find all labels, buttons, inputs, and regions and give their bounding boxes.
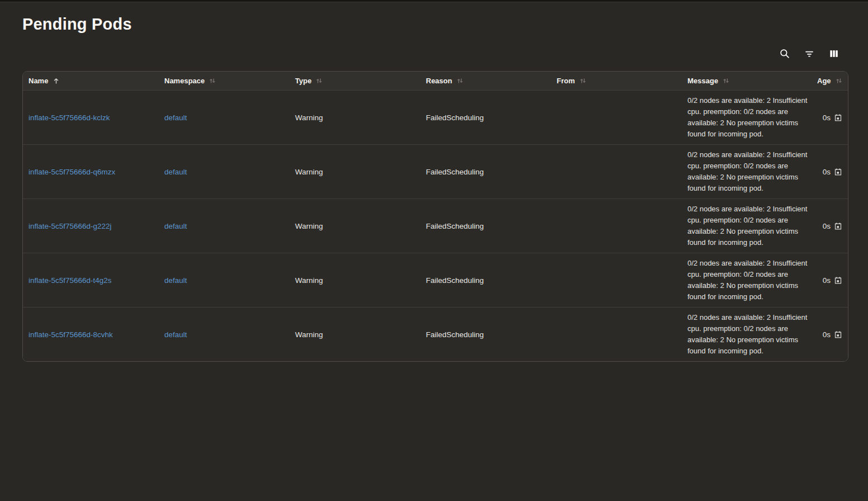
pod-name-link[interactable]: inflate-5c5f75666d-t4g2s bbox=[29, 276, 112, 285]
cell-namespace: default bbox=[159, 308, 290, 361]
cell-name: inflate-5c5f75666d-8cvhk bbox=[23, 308, 159, 361]
cell-from bbox=[551, 91, 682, 144]
cell-message: 0/2 nodes are available: 2 Insufficient … bbox=[682, 91, 812, 144]
cell-type: Warning bbox=[290, 308, 420, 361]
age-value: 0s bbox=[823, 168, 831, 176]
sort-arrows-icon bbox=[835, 77, 843, 85]
cell-reason: FailedScheduling bbox=[420, 91, 551, 144]
column-header-from[interactable]: From bbox=[551, 72, 682, 90]
columns-button[interactable] bbox=[823, 44, 845, 64]
column-header-reason[interactable]: Reason bbox=[420, 72, 551, 90]
sort-arrows-icon bbox=[456, 77, 464, 85]
pod-name-link[interactable]: inflate-5c5f75666d-g222j bbox=[29, 222, 112, 230]
cell-from bbox=[551, 199, 682, 253]
cell-message: 0/2 nodes are available: 2 Insufficient … bbox=[682, 199, 812, 253]
cell-type: Warning bbox=[290, 91, 420, 144]
column-label: From bbox=[557, 77, 575, 85]
cell-name: inflate-5c5f75666d-q6mzx bbox=[23, 145, 159, 198]
top-strip bbox=[0, 0, 868, 2]
age-value: 0s bbox=[823, 222, 831, 230]
cell-age: 0s bbox=[812, 145, 848, 198]
pending-pods-table: Name Namespace Type Reason From bbox=[22, 71, 848, 362]
namespace-link[interactable]: default bbox=[164, 222, 187, 230]
namespace-link[interactable]: default bbox=[164, 114, 187, 122]
age-value: 0s bbox=[823, 330, 831, 339]
cell-name: inflate-5c5f75666d-t4g2s bbox=[23, 253, 159, 307]
cell-type: Warning bbox=[290, 199, 420, 253]
sort-arrows-icon bbox=[208, 77, 216, 85]
sort-arrows-icon bbox=[722, 77, 730, 85]
table-row: inflate-5c5f75666d-8cvhk default Warning… bbox=[23, 307, 848, 361]
column-label: Reason bbox=[426, 77, 452, 85]
cell-message: 0/2 nodes are available: 2 Insufficient … bbox=[682, 145, 812, 198]
pod-name-link[interactable]: inflate-5c5f75666d-q6mzx bbox=[29, 168, 115, 176]
pod-name-link[interactable]: inflate-5c5f75666d-kclzk bbox=[29, 114, 110, 122]
column-header-age[interactable]: Age bbox=[812, 72, 848, 90]
search-icon bbox=[779, 48, 790, 59]
calendar-icon bbox=[834, 168, 842, 176]
column-label: Message bbox=[687, 77, 718, 85]
calendar-icon bbox=[834, 114, 842, 122]
cell-age: 0s bbox=[812, 91, 848, 144]
cell-message: 0/2 nodes are available: 2 Insufficient … bbox=[682, 308, 812, 361]
cell-type: Warning bbox=[290, 145, 420, 198]
cell-age: 0s bbox=[812, 253, 848, 307]
table-row: inflate-5c5f75666d-t4g2s default Warning… bbox=[23, 253, 848, 307]
cell-reason: FailedScheduling bbox=[420, 253, 551, 307]
cell-namespace: default bbox=[159, 199, 290, 253]
table-row: inflate-5c5f75666d-kclzk default Warning… bbox=[23, 90, 848, 144]
cell-from bbox=[551, 308, 682, 361]
cell-message: 0/2 nodes are available: 2 Insufficient … bbox=[682, 253, 812, 307]
age-value: 0s bbox=[823, 114, 831, 122]
table-row: inflate-5c5f75666d-q6mzx default Warning… bbox=[23, 144, 848, 198]
filter-icon bbox=[804, 48, 815, 59]
cell-name: inflate-5c5f75666d-g222j bbox=[23, 199, 159, 253]
filter-button[interactable] bbox=[799, 44, 820, 64]
pod-name-link[interactable]: inflate-5c5f75666d-8cvhk bbox=[29, 330, 113, 339]
column-label: Age bbox=[817, 77, 831, 85]
calendar-icon bbox=[834, 330, 842, 339]
column-header-name[interactable]: Name bbox=[23, 72, 159, 90]
cell-age: 0s bbox=[812, 199, 848, 253]
cell-name: inflate-5c5f75666d-kclzk bbox=[23, 91, 159, 144]
age-value: 0s bbox=[823, 276, 831, 285]
namespace-link[interactable]: default bbox=[164, 276, 187, 285]
namespace-link[interactable]: default bbox=[164, 168, 187, 176]
cell-namespace: default bbox=[159, 91, 290, 144]
cell-reason: FailedScheduling bbox=[420, 199, 551, 253]
column-label: Type bbox=[295, 77, 311, 85]
cell-from bbox=[551, 253, 682, 307]
cell-reason: FailedScheduling bbox=[420, 308, 551, 361]
table-row: inflate-5c5f75666d-g222j default Warning… bbox=[23, 198, 848, 253]
cell-reason: FailedScheduling bbox=[420, 145, 551, 198]
cell-age: 0s bbox=[812, 308, 848, 361]
cell-type: Warning bbox=[290, 253, 420, 307]
columns-icon bbox=[828, 48, 839, 59]
sort-asc-icon bbox=[52, 77, 60, 85]
sort-arrows-icon bbox=[315, 77, 323, 85]
cell-namespace: default bbox=[159, 253, 290, 307]
page-title: Pending Pods bbox=[22, 15, 868, 34]
sort-arrows-icon bbox=[579, 77, 587, 85]
cell-from bbox=[551, 145, 682, 198]
table-body: inflate-5c5f75666d-kclzk default Warning… bbox=[23, 90, 848, 361]
column-header-type[interactable]: Type bbox=[290, 72, 420, 90]
cell-namespace: default bbox=[159, 145, 290, 198]
table-toolbar bbox=[0, 44, 845, 64]
namespace-link[interactable]: default bbox=[164, 330, 187, 339]
calendar-icon bbox=[834, 222, 842, 230]
column-label: Namespace bbox=[164, 77, 205, 85]
search-button[interactable] bbox=[774, 44, 795, 64]
column-header-namespace[interactable]: Namespace bbox=[159, 72, 290, 90]
calendar-icon bbox=[834, 276, 842, 285]
column-header-message[interactable]: Message bbox=[682, 72, 812, 90]
table-header-row: Name Namespace Type Reason From bbox=[23, 72, 848, 90]
column-label: Name bbox=[29, 77, 48, 85]
